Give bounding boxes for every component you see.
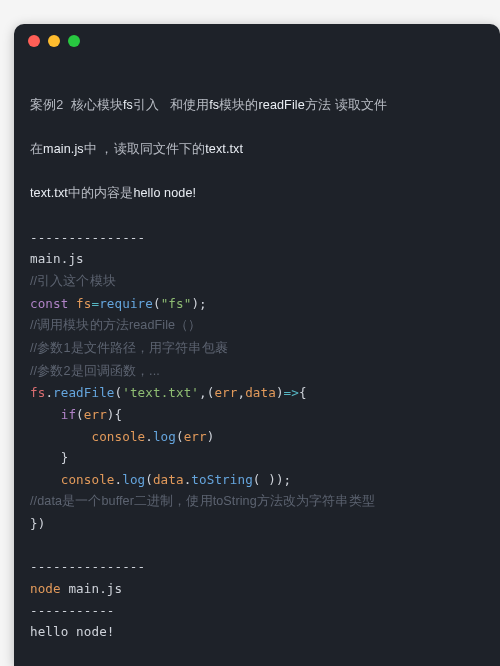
code-close-call: }) — [30, 516, 45, 531]
comment-arg1: //参数1是文件路径，用字符串包裹 — [30, 341, 228, 355]
code-log-err: console.log(err) — [30, 429, 214, 444]
code-require: const fs=require("fs"); — [30, 296, 207, 311]
divider: --------------- — [30, 559, 145, 574]
close-icon[interactable] — [28, 35, 40, 47]
heading-line-2: 在main.js中 ，读取同文件下的text.txt — [30, 142, 243, 156]
window-titlebar — [14, 24, 500, 58]
comment-import: //引入这个模块 — [30, 274, 116, 288]
heading-line-1: 案例2 核心模块fs引入 和使用fs模块的readFile方法 读取文件 — [30, 98, 387, 112]
comment-buffer: //data是一个buffer二进制，使用toString方法改为字符串类型 — [30, 494, 375, 508]
output-line: hello node! — [30, 624, 115, 639]
minimize-icon[interactable] — [48, 35, 60, 47]
terminal-window: 案例2 核心模块fs引入 和使用fs模块的readFile方法 读取文件 在ma… — [14, 24, 500, 666]
command-line: node main.js — [30, 581, 122, 596]
code-if: if(err){ — [30, 407, 122, 422]
divider: --------------- — [30, 230, 145, 245]
code-close-if: } — [30, 450, 68, 465]
comment-arg2: //参数2是回调函数，... — [30, 364, 160, 378]
filename-label: main.js — [30, 251, 84, 266]
code-log-data: console.log(data.toString( )); — [30, 472, 291, 487]
zoom-icon[interactable] — [68, 35, 80, 47]
terminal-content: 案例2 核心模块fs引入 和使用fs模块的readFile方法 读取文件 在ma… — [14, 58, 500, 666]
heading-line-3: text.txt中的内容是hello node! — [30, 186, 196, 200]
comment-readfile: //调用模块的方法readFile（） — [30, 318, 201, 332]
code-readfile-call: fs.readFile('text.txt',(err,data)=>{ — [30, 385, 307, 400]
divider: ----------- — [30, 603, 115, 618]
